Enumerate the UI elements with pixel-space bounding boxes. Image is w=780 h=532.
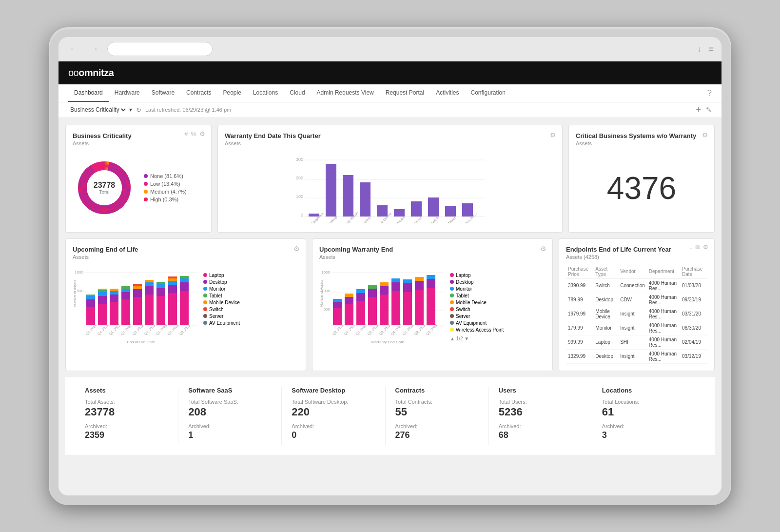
add-icon[interactable]: + [696, 105, 701, 115]
table-row[interactable]: 179.99MonitorInsight4000 Human Res...06/… [566, 321, 707, 335]
eol-gear[interactable]: ⚙ [293, 245, 300, 253]
svg-rect-70 [156, 296, 165, 325]
donut-container: 23778 Total None (81.6%) [73, 151, 204, 224]
svg-rect-112 [380, 286, 389, 295]
svg-rect-66 [145, 286, 154, 295]
table-row[interactable]: 1979.99Mobile DeviceInsight4000 Human Re… [566, 307, 707, 321]
nav-admin-requests[interactable]: Admin Requests View [311, 84, 380, 102]
dropdown-icon: ▾ [129, 106, 132, 113]
nav-menu: Dashboard Hardware Software Contracts Pe… [68, 84, 511, 102]
svg-rect-25 [411, 201, 422, 217]
stat-desktop-archived-label: Archived: [292, 423, 375, 429]
svg-rect-17 [343, 175, 353, 217]
top-navbar: ooomnitza [58, 61, 722, 84]
endpoints-table: Purchase Price Asset Type Vendor Departm… [566, 265, 707, 364]
filter-bar: Business Criticality ▾ ↻ Last refreshed:… [58, 102, 722, 118]
legend-none-label: None (81.6%) [150, 173, 183, 179]
filter-select-input[interactable]: Business Criticality [68, 106, 127, 114]
table-row[interactable]: 3390.99SwitchConnection4000 Human Res...… [566, 278, 707, 293]
svg-text:Number of Assets: Number of Assets [320, 279, 323, 307]
nav-cloud[interactable]: Cloud [284, 84, 311, 102]
nav-hardware[interactable]: Hardware [109, 84, 146, 102]
warranty-pagination[interactable]: ▲ 1/2 ▼ [450, 336, 504, 341]
filter-right: + ✎ [696, 105, 712, 115]
stat-locations-total-label: Total Locations: [602, 399, 685, 405]
nav-request-portal[interactable]: Request Portal [380, 84, 430, 102]
address-bar[interactable] [107, 42, 213, 56]
nav-dashboard[interactable]: Dashboard [68, 84, 109, 102]
svg-rect-31 [462, 203, 473, 217]
table-row[interactable]: 999.99LaptopSHI4000 Human Res...02/04/19 [566, 335, 707, 349]
stat-saas-total: 208 [188, 406, 272, 418]
warranty-gear[interactable]: ⚙ [550, 131, 556, 139]
legend-medium: Medium (4.7%) [144, 189, 187, 195]
svg-rect-124 [415, 281, 424, 290]
help-icon[interactable]: ? [707, 89, 712, 98]
svg-text:1000: 1000 [75, 270, 83, 275]
email-icon[interactable]: ✉ [695, 244, 700, 251]
stat-assets: Assets Total Assets: 23778 Archived: 235… [85, 387, 178, 445]
gear-icon[interactable]: ⚙ [199, 130, 205, 138]
stat-desktop-archived: 0 [292, 430, 375, 440]
nav-locations[interactable]: Locations [247, 84, 284, 102]
svg-text:Server: Server [413, 216, 423, 223]
svg-rect-81 [180, 291, 189, 325]
nav-people[interactable]: People [217, 84, 247, 102]
svg-rect-58 [121, 286, 130, 289]
svg-rect-55 [121, 299, 130, 325]
svg-rect-68 [145, 280, 154, 282]
svg-rect-99 [345, 304, 353, 325]
filter-left: Business Criticality ▾ ↻ Last refreshed:… [68, 106, 231, 114]
warranty-subtitle: Assets [225, 140, 555, 146]
col-price: Purchase Price [566, 265, 593, 279]
warranty-title: Warranty End Date This Quarter [225, 132, 555, 139]
download-icon[interactable]: ↓ [689, 244, 692, 251]
stat-assets-archived: 2359 [85, 430, 168, 440]
warranty-end-stacked-chart: 1500 1000 500 Number of Assets [319, 268, 446, 346]
svg-rect-116 [391, 282, 400, 291]
svg-rect-60 [133, 297, 142, 325]
table-row[interactable]: 1329.99DesktopInsight4000 Human Res...03… [566, 349, 707, 363]
edit-icon[interactable]: ✎ [706, 106, 712, 114]
download-icon[interactable]: ↓ [697, 44, 702, 54]
donut-label: Total [94, 189, 116, 195]
svg-rect-47 [98, 290, 107, 292]
critical-gear[interactable]: ⚙ [702, 131, 708, 139]
svg-text:Warranty End Date: Warranty End Date [371, 340, 404, 344]
nav-software[interactable]: Software [146, 84, 180, 102]
stat-users: Users Total Users: 5236 Archived: 68 [489, 387, 592, 445]
warranty-bar-chart: 300 200 100 0 AV [225, 155, 555, 223]
svg-rect-97 [333, 299, 342, 302]
nav-configuration[interactable]: Configuration [465, 84, 511, 102]
stat-assets-total: 23778 [85, 406, 168, 418]
stat-desktop-title: Software Desktop [292, 387, 375, 394]
svg-rect-121 [403, 279, 412, 283]
hash-icon[interactable]: # [184, 130, 188, 138]
svg-rect-105 [356, 289, 365, 293]
legend-low-label: Low (13.4%) [150, 181, 180, 187]
col-date: Purchase Date [680, 265, 707, 279]
svg-rect-111 [380, 295, 389, 325]
upcoming-eol-card: Upcoming End of Life Assets ⚙ 1000 500 N… [65, 238, 306, 371]
svg-rect-39 [86, 307, 95, 325]
endpoints-title: Endpoints End of Life Current Year [566, 246, 707, 253]
dashboard-area: Business Criticality Assets # % ⚙ [58, 118, 722, 495]
refresh-icon[interactable]: ↻ [136, 106, 141, 114]
filter-dropdown[interactable]: Business Criticality ▾ [68, 106, 132, 114]
svg-rect-96 [333, 302, 342, 308]
svg-rect-125 [415, 277, 424, 281]
gear-icon[interactable]: ⚙ [703, 244, 708, 251]
browser-chrome: ← → 🔍 ↓ ≡ [58, 37, 722, 61]
svg-rect-21 [377, 205, 388, 217]
legend-high-label: High (0.3%) [150, 197, 178, 202]
forward-button[interactable]: → [87, 42, 101, 56]
back-button[interactable]: ← [66, 42, 81, 56]
menu-icon[interactable]: ≡ [708, 44, 714, 54]
business-criticality-card: Business Criticality Assets # % ⚙ [65, 125, 212, 233]
warranty-end-gear[interactable]: ⚙ [540, 245, 546, 253]
nav-activities[interactable]: Activities [430, 84, 465, 102]
svg-rect-104 [356, 293, 365, 301]
percent-icon[interactable]: % [191, 130, 196, 138]
nav-contracts[interactable]: Contracts [180, 84, 217, 102]
table-row[interactable]: 789.99DesktopCDW4000 Human Res...09/30/1… [566, 293, 707, 307]
